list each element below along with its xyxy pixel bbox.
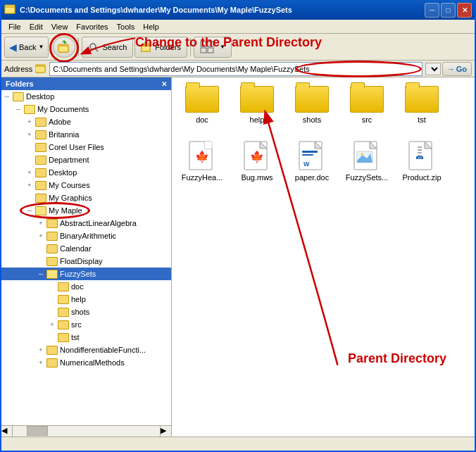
expand-mydocuments[interactable]: ─ [13, 103, 24, 115]
expand-numerical[interactable]: + [35, 357, 46, 368]
file-item-help[interactable]: help [232, 83, 282, 127]
expand-src[interactable]: + [46, 319, 58, 330]
sidebar-item-mycourses[interactable]: + My Courses [1, 179, 171, 192]
title-bar: C:\Documents and Settings\dwharder\My Do… [1, 0, 475, 20]
close-button[interactable]: ✕ [457, 3, 472, 18]
folder-icon-float [46, 257, 58, 266]
menu-file[interactable]: File [4, 22, 25, 32]
svg-rect-30 [418, 152, 422, 153]
sidebar-item-calendar[interactable]: Calendar [1, 242, 171, 255]
address-value: C:\Documents and Settings\dwharder\My Do… [53, 65, 309, 73]
go-arrow-icon: → [447, 65, 455, 73]
expand-fuzzysets[interactable]: ─ [35, 268, 46, 280]
views-button[interactable]: ▼ [194, 37, 232, 58]
sidebar-item-nondiff[interactable]: + NondifferentiableFuncti... [1, 344, 171, 356]
menu-tools[interactable]: Tools [113, 22, 139, 32]
menu-view[interactable]: View [47, 22, 73, 32]
sidebar-item-doc[interactable]: doc [1, 280, 171, 293]
sidebar-label-float: FloatDisplay [60, 257, 103, 265]
sidebar-label-mymaple: My Maple [49, 206, 82, 215]
expand-desktop2[interactable]: + [24, 167, 35, 178]
title-bar-icon [4, 4, 15, 16]
folder-icon-britannia [35, 130, 46, 139]
back-dropdown-icon: ▼ [38, 44, 44, 50]
sidebar-item-mydocuments[interactable]: ─ My Documents [1, 103, 171, 115]
sidebar-item-desktop[interactable]: ─ Desktop [1, 90, 171, 103]
sidebar-item-abstract[interactable]: + AbstractLinearAlgebra [1, 217, 171, 230]
sidebar-item-mymaple[interactable]: ─ My Maple [1, 204, 171, 217]
sidebar-item-float[interactable]: FloatDisplay [1, 255, 171, 268]
sidebar-item-tst[interactable]: tst [1, 331, 171, 344]
svg-rect-28 [418, 146, 422, 148]
sidebar-label-src: src [71, 320, 82, 329]
folder-icon-large-tst [405, 86, 439, 114]
folders-icon [141, 42, 152, 53]
sidebar-label-department: Department [49, 156, 89, 164]
file-item-fuzzysets-file[interactable]: FuzzySets... [342, 138, 392, 184]
file-item-doc[interactable]: doc [177, 83, 227, 127]
expand-abstract[interactable]: + [35, 218, 46, 229]
sidebar-label-desktop: Desktop [26, 92, 54, 101]
expand-mymaple[interactable]: ─ [24, 205, 35, 216]
menu-favorites[interactable]: Favorites [72, 22, 112, 32]
file-item-fuzzyhead[interactable]: 🍁 FuzzyHea... [177, 138, 227, 184]
address-dropdown[interactable] [425, 63, 441, 75]
sidebar-item-shots[interactable]: shots [1, 306, 171, 318]
sidebar-scroll-thumb[interactable] [27, 426, 48, 436]
folders-button[interactable]: Folders [134, 37, 187, 58]
sidebar-scroll[interactable]: ─ Desktop ─ My Documents + Adobe [1, 90, 171, 425]
menu-help[interactable]: Help [139, 22, 163, 32]
file-item-shots[interactable]: shots [287, 83, 337, 127]
sidebar-item-adobe[interactable]: + Adobe [1, 115, 171, 128]
expand-desktop[interactable]: ─ [1, 91, 13, 102]
sidebar-scroll-left[interactable]: ◀ [1, 426, 13, 437]
svg-text:🍁: 🍁 [250, 150, 264, 163]
maximize-button[interactable]: □ [441, 3, 456, 18]
sidebar-item-department[interactable]: Department [1, 153, 171, 166]
file-label-doc: doc [196, 115, 208, 124]
sidebar-item-src[interactable]: + src [1, 318, 171, 331]
sidebar-label-nondiff: NondifferentiableFuncti... [60, 346, 146, 354]
parent-dir-btn-container [53, 37, 75, 58]
sidebar-item-britannia[interactable]: + Britannia [1, 128, 171, 141]
sidebar-scrollbar-h[interactable]: ◀ ▶ [1, 425, 171, 437]
sidebar-item-corel[interactable]: Corel User Files [1, 141, 171, 153]
expand-adobe[interactable]: + [24, 116, 35, 127]
sidebar-item-help[interactable]: help [1, 293, 171, 306]
svg-rect-1 [5, 7, 15, 13]
sidebar-item-mygraphics[interactable]: My Graphics [1, 192, 171, 204]
expand-britannia[interactable]: + [24, 129, 35, 140]
go-button[interactable]: → Go [442, 62, 472, 76]
file-item-bugmws[interactable]: 🍁 Bug.mws [232, 138, 282, 184]
sidebar-label-britannia: Britannia [49, 130, 79, 139]
sidebar-item-fuzzysets[interactable]: ─ FuzzySets [1, 268, 171, 280]
svg-rect-22 [302, 154, 313, 156]
address-input[interactable]: C:\Documents and Settings\dwharder\My Do… [49, 62, 422, 76]
sidebar-item-binary[interactable]: + BinaryArithmetic [1, 230, 171, 242]
sidebar-close-button[interactable]: ✕ [161, 80, 167, 88]
expand-nondiff[interactable]: + [35, 344, 46, 356]
expand-mycourses[interactable]: + [24, 180, 35, 191]
search-button[interactable]: Search [82, 37, 133, 58]
sidebar-header: Folders ✕ [1, 77, 171, 90]
sidebar-item-desktop2[interactable]: + Desktop [1, 166, 171, 179]
main-area: Folders ✕ ─ Desktop ─ My Documents [1, 77, 475, 437]
file-item-productzip[interactable]: ZIP Product.zip [397, 138, 446, 184]
sidebar-scroll-right[interactable]: ▶ [160, 426, 171, 437]
folder-icon-mymaple [35, 206, 46, 215]
folder-icon-desktop [13, 92, 24, 101]
menu-edit[interactable]: Edit [25, 22, 47, 32]
folder-icon-desktop2 [35, 168, 46, 177]
file-label-tst: tst [418, 115, 426, 124]
file-item-tst[interactable]: tst [397, 83, 446, 127]
parent-directory-button[interactable] [53, 37, 75, 58]
minimize-button[interactable]: ─ [425, 3, 439, 18]
folder-icon-calendar [46, 244, 58, 253]
back-button[interactable]: ◀ Back ▼ [4, 37, 49, 58]
expand-binary[interactable]: + [35, 230, 46, 241]
file-item-paperdoc[interactable]: W paper.doc [287, 138, 337, 184]
sidebar-item-numerical[interactable]: + NumericalMethods [1, 356, 171, 369]
sidebar-label-calendar: Calendar [60, 244, 92, 253]
file-label-shots: shots [303, 115, 321, 124]
file-item-src[interactable]: src [342, 83, 392, 127]
